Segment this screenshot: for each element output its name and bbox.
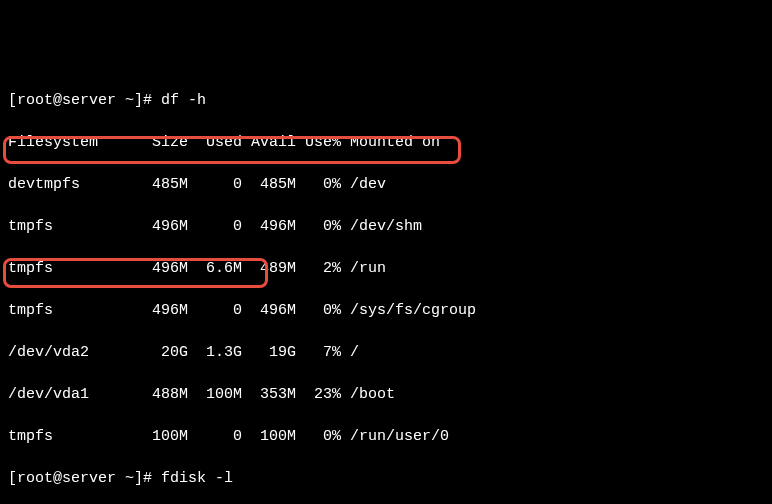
- df-row: tmpfs 496M 0 496M 0% /sys/fs/cgroup: [8, 300, 764, 321]
- df-row-highlighted: /dev/vda2 20G 1.3G 19G 7% /: [8, 342, 764, 363]
- df-header: Filesystem Size Used Avail Use% Mounted …: [8, 132, 764, 153]
- df-row: /dev/vda1 488M 100M 353M 23% /boot: [8, 384, 764, 405]
- df-row: tmpfs 496M 0 496M 0% /dev/shm: [8, 216, 764, 237]
- df-row: tmpfs 100M 0 100M 0% /run/user/0: [8, 426, 764, 447]
- prompt-line-2: [root@server ~]# fdisk -l: [8, 468, 764, 489]
- prompt-line-1: [root@server ~]# df -h: [8, 90, 764, 111]
- df-row: tmpfs 496M 6.6M 489M 2% /run: [8, 258, 764, 279]
- df-row: devtmpfs 485M 0 485M 0% /dev: [8, 174, 764, 195]
